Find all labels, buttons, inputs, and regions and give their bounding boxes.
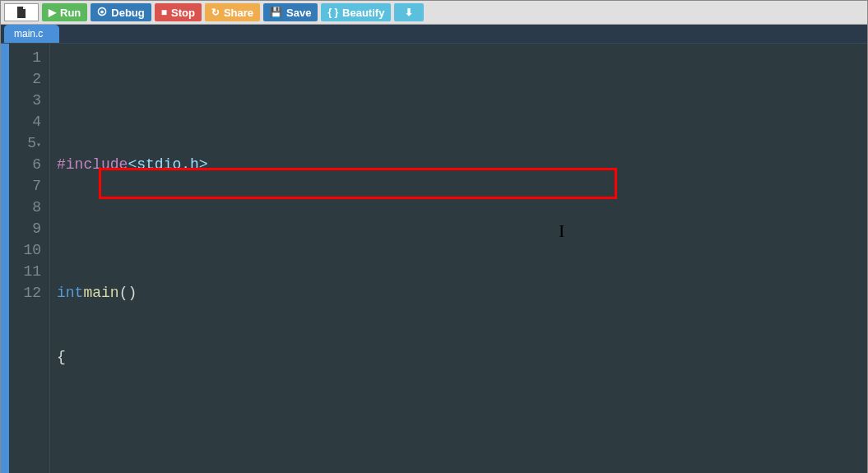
beautify-label: Beautify [342, 7, 384, 19]
download-button[interactable]: ⬇ [394, 3, 424, 21]
text-cursor-icon: I [559, 220, 564, 242]
stop-icon: ■ [161, 7, 167, 18]
code-line: #include <stdio.h> [57, 154, 861, 175]
line-no: 4 [9, 111, 41, 132]
line-no: 8 [9, 197, 41, 218]
share-label: Share [224, 7, 253, 19]
tab-bar: main.c [1, 25, 867, 44]
line-no: 10 [9, 239, 41, 261]
save-icon: 💾 [270, 7, 282, 18]
line-no: 9 [9, 218, 41, 239]
debug-icon: ⦿ [97, 7, 107, 18]
line-no: 3 [9, 90, 41, 111]
debug-label: Debug [111, 7, 144, 19]
line-no: 2 [9, 68, 41, 90]
code-editor[interactable]: 1 2 3 4 5▾ 6 7 8 9 10 11 12 #include <st… [1, 44, 867, 473]
run-button[interactable]: ▶ Run [42, 3, 87, 21]
code-line [57, 410, 861, 432]
play-icon: ▶ [49, 7, 56, 18]
code-line [57, 218, 861, 239]
code-line: { [57, 346, 861, 368]
file-icon [16, 7, 26, 18]
line-no: 7 [9, 175, 41, 197]
tab-main-c[interactable]: main.c [4, 25, 59, 43]
line-no: 1 [9, 47, 41, 68]
share-button[interactable]: ↻ Share [205, 3, 260, 21]
share-icon: ↻ [211, 7, 220, 18]
beautify-button[interactable]: { } Beautify [321, 3, 391, 21]
save-label: Save [286, 7, 311, 19]
code-area[interactable]: #include <stdio.h> int main() { printf("… [50, 44, 867, 473]
debug-button[interactable]: ⦿ Debug [91, 3, 151, 21]
stop-button[interactable]: ■ Stop [155, 3, 202, 21]
line-no: 12 [9, 282, 41, 304]
line-no: 11 [9, 261, 41, 282]
new-file-button[interactable] [4, 3, 39, 21]
line-no: 5▾ [9, 132, 41, 154]
run-label: Run [60, 7, 81, 19]
code-line: int main() [57, 282, 861, 304]
stop-label: Stop [171, 7, 195, 19]
left-margin [1, 44, 9, 473]
line-no: 6 [9, 154, 41, 175]
code-line [57, 90, 861, 111]
download-icon: ⬇ [405, 7, 413, 18]
save-button[interactable]: 💾 Save [263, 3, 318, 21]
line-gutter: 1 2 3 4 5▾ 6 7 8 9 10 11 12 [9, 44, 50, 473]
beautify-icon: { } [327, 7, 338, 18]
toolbar: ▶ Run ⦿ Debug ■ Stop ↻ Share 💾 Save { } … [1, 1, 867, 25]
